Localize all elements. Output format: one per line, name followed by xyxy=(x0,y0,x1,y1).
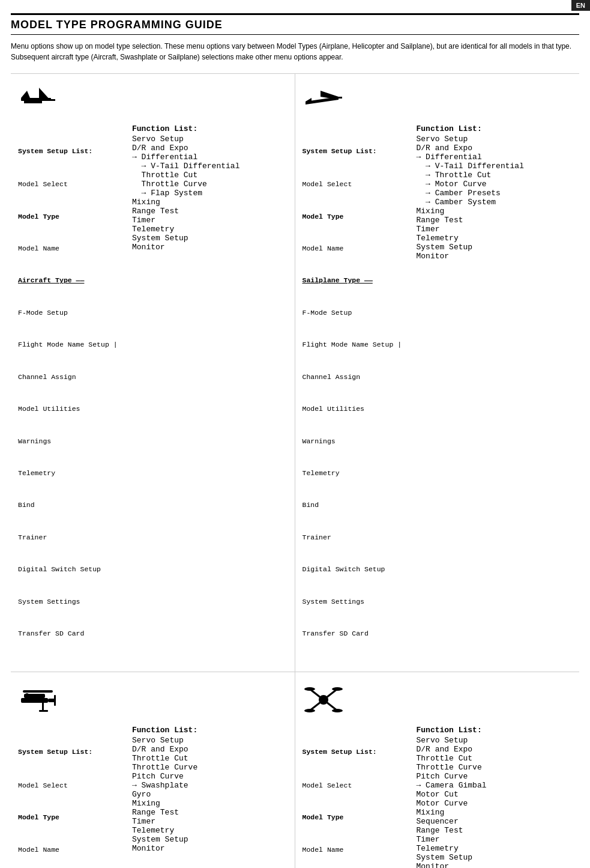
multirotor-lists: System Setup List: Model Select Model Ty… xyxy=(303,726,573,868)
quadrant-helicopter: System Setup List: Model Select Model Ty… xyxy=(11,672,295,868)
list-item: → Camera Gimbal xyxy=(417,781,487,790)
svg-rect-17 xyxy=(54,695,56,706)
multirotor-function-list: Function List: Servo Setup D/R and Expo … xyxy=(414,726,487,868)
helicopter-lists: System Setup List: Model Select Model Ty… xyxy=(18,726,287,868)
list-item: Model Select xyxy=(18,780,123,791)
list-item: → Motor Curve xyxy=(417,180,524,189)
list-item-aircraft-type: Aircraft Type —— xyxy=(18,275,123,286)
list-item: Motor Curve xyxy=(417,799,487,808)
list-item: → Flap System xyxy=(132,189,239,198)
list-item: Servo Setup xyxy=(132,135,239,144)
svg-rect-2 xyxy=(24,101,42,103)
list-item: Servo Setup xyxy=(132,736,197,745)
svg-rect-4 xyxy=(48,99,55,101)
function-list-header: Function List: xyxy=(417,726,487,735)
sailplane-icon xyxy=(303,85,345,115)
sailplane-function-list: Function List: Servo Setup D/R and Expo … xyxy=(414,124,524,661)
list-item: Warnings xyxy=(18,436,123,447)
list-item: → Differential xyxy=(417,153,524,162)
list-item: Throttle Cut xyxy=(132,171,239,180)
list-item: Channel Assign xyxy=(18,372,123,383)
list-item: D/R and Expo xyxy=(417,745,487,754)
list-item: Gyro xyxy=(132,790,197,799)
list-item: F-Mode Setup xyxy=(303,308,408,318)
list-item: Bind xyxy=(303,500,408,511)
list-item: Model Name xyxy=(303,845,408,855)
function-list-header: Function List: xyxy=(417,124,524,133)
function-list-header: Function List: xyxy=(132,726,197,735)
svg-point-15 xyxy=(25,693,29,697)
list-item: Trainer xyxy=(303,532,408,543)
helicopter-icon xyxy=(18,683,60,716)
list-item: Model Type xyxy=(303,211,408,222)
helicopter-system-list: System Setup List: Model Select Model Ty… xyxy=(18,726,129,868)
list-item: Digital Switch Setup xyxy=(303,564,408,575)
list-item: Monitor xyxy=(417,252,524,261)
list-item: → Camber Presets xyxy=(417,189,524,198)
list-item: Model Select xyxy=(303,179,408,190)
sailplane-lists: System Setup List: Model Select Model Ty… xyxy=(303,124,573,661)
list-item: Telemetry xyxy=(303,468,408,479)
quadrant-sailplane: System Setup List: Model Select Model Ty… xyxy=(295,74,580,672)
list-item: Bind xyxy=(18,500,123,511)
list-item: Sequencer xyxy=(417,817,487,826)
svg-marker-3 xyxy=(21,91,30,98)
list-item: → V-Tail Differential xyxy=(132,162,239,171)
list-item: Model Name xyxy=(303,243,408,254)
list-item: Model Select xyxy=(18,179,123,190)
list-item: Throttle Curve xyxy=(417,763,487,772)
list-item: Range Test xyxy=(132,808,197,817)
list-item: Telemetry xyxy=(18,468,123,479)
svg-point-24 xyxy=(332,687,343,691)
airplane-system-list: System Setup List: Model Select Model Ty… xyxy=(18,124,129,661)
svg-rect-11 xyxy=(23,690,53,693)
quadrant-grid: System Setup List: Model Select Model Ty… xyxy=(11,73,579,868)
list-item: Telemetry xyxy=(132,225,239,234)
list-item: Flight Mode Name Setup | xyxy=(18,339,123,350)
svg-rect-7 xyxy=(337,97,342,99)
list-item: Telemetry xyxy=(132,826,197,835)
list-item: Range Test xyxy=(417,216,524,225)
list-item: Servo Setup xyxy=(417,736,487,745)
list-item: Throttle Cut xyxy=(132,754,197,763)
system-list-header: System Setup List: xyxy=(303,747,408,757)
list-item: Trainer xyxy=(18,532,123,543)
list-item: Range Test xyxy=(417,826,487,835)
svg-rect-13 xyxy=(39,710,48,712)
list-item: Digital Switch Setup xyxy=(18,564,123,575)
list-item: Telemetry xyxy=(417,844,487,853)
list-item: Transfer SD Card xyxy=(18,628,123,639)
list-item: Model Name xyxy=(18,845,123,855)
list-item: Monitor xyxy=(417,862,487,868)
list-item: D/R and Expo xyxy=(417,144,524,153)
airplane-function-list: Function List: Servo Setup D/R and Expo … xyxy=(129,124,239,661)
language-badge: EN xyxy=(571,0,590,11)
list-item: System Setup xyxy=(132,835,197,844)
svg-point-25 xyxy=(304,709,315,712)
list-item: Pitch Curve xyxy=(417,772,487,781)
list-item: Model Select xyxy=(303,780,408,791)
sailplane-system-list: System Setup List: Model Select Model Ty… xyxy=(303,124,414,661)
list-item: Model Utilities xyxy=(18,404,123,414)
list-item: Telemetry xyxy=(417,234,524,243)
list-item: Timer xyxy=(417,225,524,234)
svg-marker-8 xyxy=(306,98,312,102)
list-item: → Differential xyxy=(132,153,239,162)
list-item: Model Type xyxy=(18,812,123,823)
list-item: Pitch Curve xyxy=(132,772,197,781)
list-item: → Throttle Cut xyxy=(417,171,524,180)
system-list-header: System Setup List: xyxy=(303,146,408,157)
list-item: → Swashplate xyxy=(132,781,197,790)
list-item: Timer xyxy=(132,216,239,225)
list-item: → Camber System xyxy=(417,198,524,207)
list-item: System Settings xyxy=(303,596,408,607)
list-item: F-Mode Setup xyxy=(18,308,123,318)
list-item: System Setup xyxy=(417,853,487,862)
system-list-header: System Setup List: xyxy=(18,747,123,757)
quadrant-multirotor: System Setup List: Model Select Model Ty… xyxy=(295,672,580,868)
list-item: Model Type xyxy=(18,211,123,222)
list-item-sailplane-type: Sailplane Type —— xyxy=(303,275,408,286)
list-item: Warnings xyxy=(303,436,408,447)
list-item: Monitor xyxy=(132,844,197,853)
list-item: Throttle Curve xyxy=(132,763,197,772)
